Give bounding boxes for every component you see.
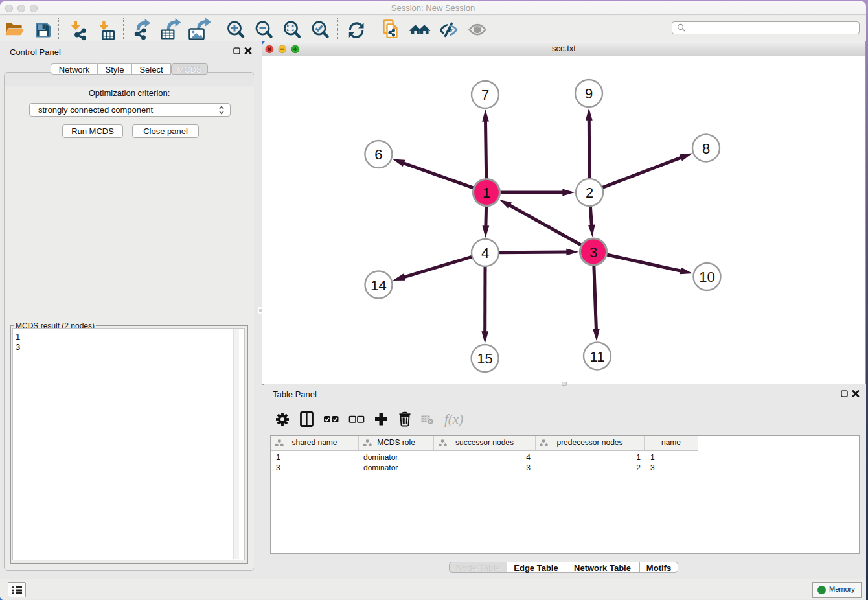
svg-text:10: 10 xyxy=(699,269,714,285)
svg-text:3: 3 xyxy=(589,244,597,260)
svg-text:f(x): f(x) xyxy=(444,411,463,427)
svg-text:7: 7 xyxy=(481,87,489,103)
svg-text:15: 15 xyxy=(477,351,492,367)
svg-text:2: 2 xyxy=(586,185,593,201)
svg-text:9: 9 xyxy=(585,86,593,102)
svg-text:1: 1 xyxy=(483,185,490,201)
svg-text:11: 11 xyxy=(590,349,605,365)
svg-text:14: 14 xyxy=(371,277,386,294)
svg-text:4: 4 xyxy=(481,245,489,261)
svg-text:8: 8 xyxy=(702,141,710,157)
svg-text:6: 6 xyxy=(374,146,382,163)
